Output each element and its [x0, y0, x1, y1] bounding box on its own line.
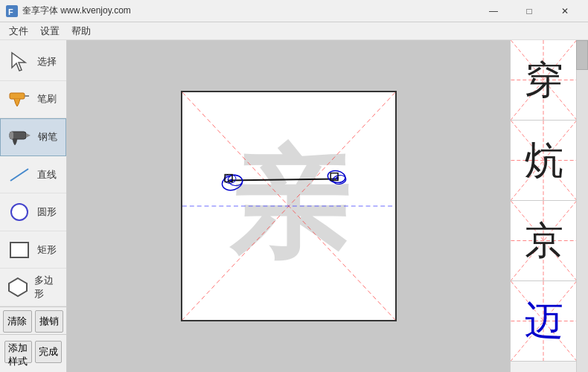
clear-button[interactable]: 清除 [3, 310, 32, 333]
svg-line-14 [228, 179, 336, 181]
svg-point-8 [11, 204, 28, 220]
window-controls: — □ ✕ [476, 1, 582, 22]
svg-rect-3 [25, 95, 29, 97]
svg-rect-9 [10, 243, 28, 257]
complete-button[interactable]: 完成 [35, 341, 63, 363]
tool-polygon[interactable]: 多边形 [0, 269, 66, 307]
svg-marker-10 [9, 278, 27, 296]
svg-point-21 [332, 174, 346, 185]
close-button[interactable]: ✕ [548, 1, 582, 22]
main-layout: 选择 笔刷 钢笔 [0, 40, 588, 372]
tool-rect-label: 矩形 [37, 243, 57, 257]
svg-point-22 [336, 177, 339, 180]
tool-brush[interactable]: 笔刷 [0, 81, 66, 119]
menu-file[interactable]: 文件 [3, 23, 34, 39]
window-title: 奎享字体 www.kvenjoy.com [22, 4, 131, 17]
scrollbar[interactable] [576, 40, 588, 372]
char-list: 穿 炕 京 [511, 40, 577, 362]
svg-text:F: F [8, 7, 13, 16]
left-control-point [220, 173, 244, 192]
svg-rect-2 [10, 93, 25, 99]
app-icon: F [6, 5, 18, 17]
menu-help[interactable]: 帮助 [65, 23, 97, 39]
tool-polygon-label: 多边形 [34, 274, 59, 301]
tool-select[interactable]: 选择 [0, 43, 66, 81]
brush-icon [7, 87, 31, 111]
svg-rect-23 [330, 173, 338, 181]
stroke-svg [182, 92, 395, 320]
tool-select-label: 选择 [37, 55, 57, 68]
canvas-character: 亲 [229, 126, 348, 286]
right-control-point [327, 170, 347, 185]
char-label-0: 穿 [525, 54, 563, 106]
tool-pen-label: 钢笔 [38, 130, 57, 144]
tool-line-label: 直线 [37, 168, 57, 182]
left-toolbar: 选择 笔刷 钢笔 [0, 40, 67, 372]
canvas-area[interactable]: SMFF 亲 [67, 40, 510, 372]
svg-point-18 [230, 179, 233, 182]
svg-point-17 [223, 174, 236, 184]
svg-line-12 [182, 92, 395, 320]
cursor-icon [7, 50, 31, 74]
scrollbar-thumb[interactable] [576, 40, 588, 70]
undo-button[interactable]: 撤销 [35, 310, 64, 333]
menubar: 文件 设置 帮助 [0, 22, 588, 40]
minimize-button[interactable]: — [476, 1, 511, 22]
circle-icon [7, 200, 31, 224]
titlebar: F 奎享字体 www.kvenjoy.com — □ ✕ [0, 0, 588, 22]
rect-icon [7, 238, 31, 262]
drawing-canvas[interactable]: 亲 [181, 91, 397, 321]
svg-point-16 [227, 174, 243, 187]
char-item-1[interactable]: 炕 [511, 121, 577, 201]
polygon-icon [7, 275, 28, 299]
titlebar-left: F 奎享字体 www.kvenjoy.com [6, 4, 131, 17]
tool-brush-label: 笔刷 [37, 92, 57, 106]
svg-marker-5 [26, 133, 31, 138]
char-label-3: 迈 [525, 295, 563, 347]
tool-circle[interactable]: 圆形 [0, 193, 66, 231]
char-label-1: 炕 [525, 135, 563, 187]
menu-settings[interactable]: 设置 [34, 23, 65, 39]
svg-line-7 [10, 169, 28, 181]
svg-rect-6 [10, 132, 13, 139]
tool-pen[interactable]: 钢笔 [0, 118, 66, 156]
tool-rect[interactable]: 矩形 [0, 231, 66, 269]
maximize-button[interactable]: □ [512, 1, 546, 22]
tool-line[interactable]: 直线 [0, 156, 66, 194]
svg-point-15 [220, 173, 244, 192]
canvas-guide-svg [182, 92, 395, 320]
svg-rect-19 [225, 175, 232, 182]
right-panel: 穿 炕 京 [510, 40, 588, 372]
pen-icon [8, 125, 32, 149]
line-icon [7, 163, 31, 187]
svg-line-11 [182, 92, 395, 320]
char-item-0[interactable]: 穿 [511, 40, 577, 121]
toolbar-bottom: 添加样式 完成 [0, 334, 66, 369]
char-item-2[interactable]: 京 [511, 201, 577, 281]
svg-marker-1 [12, 53, 25, 71]
svg-point-20 [327, 170, 346, 185]
add-style-button[interactable]: 添加样式 [4, 341, 32, 363]
tool-circle-label: 圆形 [37, 205, 57, 219]
char-label-2: 京 [525, 215, 563, 267]
char-item-3[interactable]: 迈 [511, 281, 577, 362]
